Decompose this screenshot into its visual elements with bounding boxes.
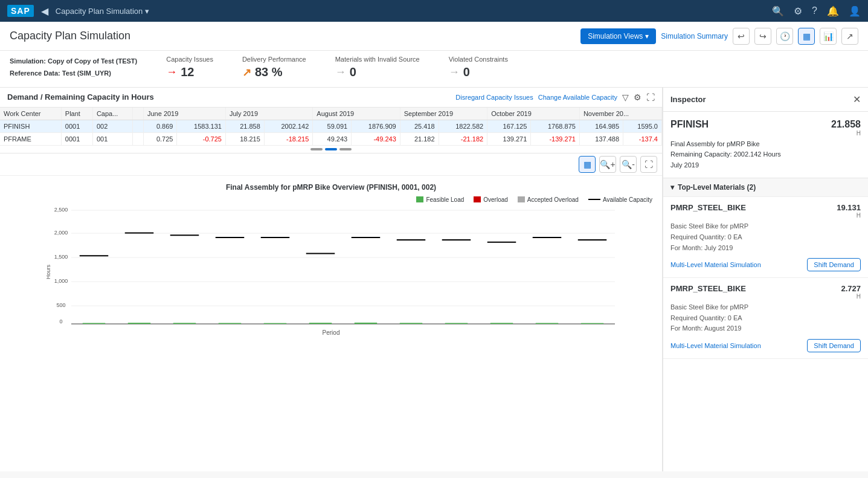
inspector-header: Inspector ✕ <box>663 88 868 112</box>
inspector-main-item: PFINISH 21.858 H Final Assembly for pMRP… <box>663 112 868 179</box>
material-1-unit: H <box>837 212 861 219</box>
chart-toolbar: ▦ 🔍+ 🔍- ⛶ <box>0 153 662 176</box>
svg-text:1,000: 1,000 <box>54 278 68 284</box>
material-item-1: PMRP_STEEL_BIKE 19.131 H Basic Steel Bik… <box>663 197 868 278</box>
scroll-dot-1[interactable] <box>310 148 323 150</box>
svg-rect-15 <box>128 323 151 324</box>
material-1-value: 19.131 <box>837 203 861 212</box>
header-actions: Simulation Views ▾ Simulation Summary ↩ … <box>580 28 858 45</box>
section-label: Top-Level Materials (2) <box>678 183 756 192</box>
change-available-capacity-button[interactable]: Change Available Capacity <box>538 94 617 101</box>
col-august-2019: August 2019 <box>313 108 400 120</box>
kpi-delivery-performance: Delivery Performance ↗ 83 % <box>242 56 306 79</box>
expand-button[interactable]: ↗ <box>841 28 858 45</box>
page-header: Capacity Plan Simulation Simulation View… <box>0 22 868 51</box>
material-2-simulation-link[interactable]: Multi-Level Material Simulation <box>670 342 761 349</box>
chart-container: Final Assembly for pMRP Bike Overview (P… <box>0 176 662 471</box>
material-2-actions: Multi-Level Material Simulation Shift De… <box>670 339 861 352</box>
kpi-capacity-issues: Capacity Issues → 12 <box>166 56 213 79</box>
material-2-shift-demand-button[interactable]: Shift Demand <box>807 339 861 352</box>
table-expand-icon[interactable]: ⛶ <box>646 92 655 102</box>
col-capa: Capa... <box>92 108 132 120</box>
material-item-2: PMRP_STEEL_BIKE 2.727 H Basic Steel Bike… <box>663 278 868 359</box>
x-axis-label: Period <box>5 329 657 336</box>
kpi-strip: Simulation: Copy of Copy of Test (TEST) … <box>0 51 868 88</box>
inspector-close-button[interactable]: ✕ <box>853 94 861 105</box>
legend-accepted-overload: Accepted Overload <box>518 196 579 203</box>
col-plant: Plant <box>61 108 92 120</box>
chart-legend: Feasible Load Overload Accepted Overload… <box>5 196 657 203</box>
scroll-dot-2[interactable] <box>325 148 337 150</box>
inspector-title: Inspector <box>670 95 706 104</box>
settings-icon[interactable]: ⚙ <box>794 5 802 17</box>
help-icon[interactable]: ? <box>812 5 817 16</box>
capacity-issues-arrow: → <box>166 66 177 79</box>
chart-view-button[interactable]: 📊 <box>820 28 837 45</box>
col-september-2019: September 2019 <box>400 108 487 120</box>
material-1-detail: Basic Steel Bike for pMRP Required Quant… <box>670 221 861 253</box>
col-november-2019: November 20... <box>579 108 661 120</box>
section-collapse-icon[interactable]: ▾ <box>670 183 674 192</box>
grid-view-button[interactable]: ▦ <box>798 28 815 45</box>
table-scroll-area[interactable]: Work Center Plant Capa... June 2019 July… <box>0 108 662 146</box>
chart-table-toggle[interactable]: ▦ <box>579 156 596 173</box>
svg-text:1,500: 1,500 <box>54 254 68 260</box>
svg-rect-36 <box>445 323 468 324</box>
disregard-capacity-button[interactable]: Disregard Capacity Issues <box>455 94 533 101</box>
inspector-item-unit: H <box>831 130 861 137</box>
inspector-item-value: 21.858 <box>831 119 861 130</box>
page-title: Capacity Plan Simulation <box>10 30 130 42</box>
delivery-performance-arrow: ↗ <box>242 66 251 79</box>
material-1-shift-demand-button[interactable]: Shift Demand <box>807 258 861 271</box>
left-panel: Demand / Remaining Capacity in Hours Dis… <box>0 88 663 471</box>
chart-zoom-out[interactable]: 🔍- <box>620 156 637 173</box>
material-2-detail: Basic Steel Bike for pMRP Required Quant… <box>670 302 861 334</box>
col-july-2019: July 2019 <box>225 108 312 120</box>
material-1-simulation-link[interactable]: Multi-Level Material Simulation <box>670 261 761 268</box>
material-2-header: PMRP_STEEL_BIKE 2.727 H <box>670 284 861 300</box>
col-october-2019: October 2019 <box>487 108 580 120</box>
material-1-name: PMRP_STEEL_BIKE <box>670 203 746 212</box>
table-header-bar: Demand / Remaining Capacity in Hours Dis… <box>0 88 662 108</box>
sap-logo: SAP <box>7 5 34 17</box>
bar-chart-svg: 2,500 2,000 1,500 1,000 500 0 June 2019J… <box>5 205 657 326</box>
redo-button[interactable]: ↪ <box>754 28 771 45</box>
filter-icon[interactable]: ▽ <box>622 92 629 102</box>
col-june-2019: June 2019 <box>143 108 225 120</box>
nav-app-title-button[interactable]: Capacity Plan Simulation ▾ <box>56 7 150 16</box>
material-2-unit: H <box>841 293 861 300</box>
svg-text:2,000: 2,000 <box>54 230 68 236</box>
legend-available-capacity-line <box>588 199 600 200</box>
nav-back-button[interactable]: ◀ <box>41 5 48 17</box>
search-icon[interactable]: 🔍 <box>772 5 784 17</box>
col-empty <box>133 108 144 120</box>
svg-rect-39 <box>490 323 513 324</box>
scroll-indicator <box>0 146 662 153</box>
chart-zoom-in[interactable]: 🔍+ <box>599 156 616 173</box>
notification-icon[interactable]: 🔔 <box>827 5 839 17</box>
table-section-title: Demand / Remaining Capacity in Hours <box>7 92 154 102</box>
legend-available-capacity: Available Capacity <box>588 196 652 203</box>
table-row[interactable]: PFINISH00010020.8691583.13121.8582002.14… <box>0 120 662 132</box>
table-settings-icon[interactable]: ⚙ <box>634 92 641 102</box>
scroll-dot-3[interactable] <box>339 148 352 150</box>
svg-rect-24 <box>264 323 287 323</box>
user-icon[interactable]: 👤 <box>849 5 861 17</box>
violated-constraints-arrow: → <box>449 66 460 79</box>
material-1-actions: Multi-Level Material Simulation Shift De… <box>670 258 861 271</box>
svg-rect-21 <box>219 323 242 324</box>
chart-fullscreen[interactable]: ⛶ <box>640 156 657 173</box>
svg-text:Hours: Hours <box>45 264 51 279</box>
simulation-views-button[interactable]: Simulation Views ▾ <box>580 28 656 44</box>
legend-feasible: Feasible Load <box>416 196 464 203</box>
inspector-item-title-row: PFINISH 21.858 H <box>670 119 861 137</box>
table-row[interactable]: PFRAME00010010.725-0.72518.215-18.21549.… <box>0 132 662 145</box>
svg-rect-30 <box>355 322 378 323</box>
simulation-summary-button[interactable]: Simulation Summary <box>661 32 728 40</box>
undo-button[interactable]: ↩ <box>733 28 750 45</box>
materials-invalid-arrow: → <box>335 66 346 79</box>
legend-overload-box <box>474 196 481 202</box>
history-button[interactable]: 🕐 <box>776 28 793 45</box>
chart-title: Final Assembly for pMRP Bike Overview (P… <box>5 183 657 192</box>
main-content: Demand / Remaining Capacity in Hours Dis… <box>0 88 868 471</box>
